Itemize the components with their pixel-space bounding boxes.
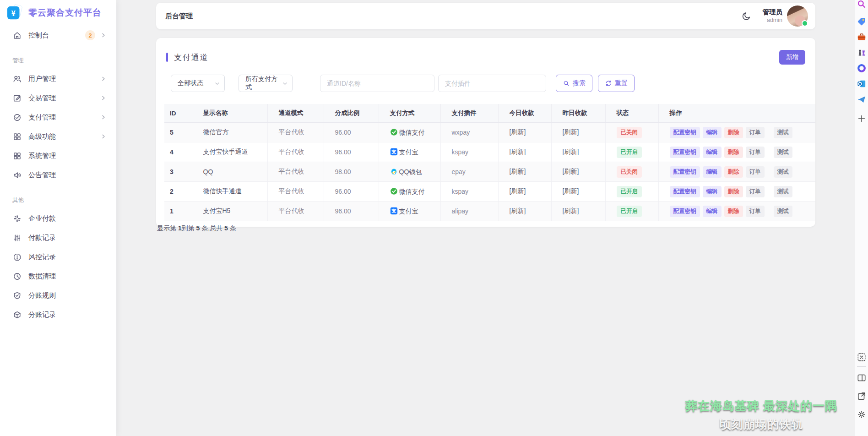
action-configure-key-button[interactable]: 配置密钥 — [670, 166, 700, 178]
home-icon — [12, 31, 22, 40]
cell-channel-mode: 平台代收 — [267, 202, 324, 221]
action-test-button[interactable]: 测试 — [774, 127, 792, 138]
action-test-button[interactable]: 测试 — [774, 206, 792, 217]
action-edit-button[interactable]: 编辑 — [703, 166, 722, 178]
status-badge: 已开启 — [617, 186, 642, 197]
sidebar-item-pay-records[interactable]: 付款记录 — [0, 228, 116, 247]
topbar-right: 管理员 admin — [742, 5, 808, 27]
payment-channels-panel: 支付通道 新增 全部状态 所有支付方式 — [156, 38, 815, 227]
sidebar-item-label: 数据清理 — [28, 272, 56, 281]
status-select-value: 全部状态 — [178, 79, 203, 87]
telegram-icon[interactable] — [857, 94, 867, 104]
action-orders-button[interactable]: 订单 — [746, 166, 765, 178]
action-orders-button[interactable]: 订单 — [746, 127, 765, 138]
sidebar-item-risk-records[interactable]: 风控记录 — [0, 247, 116, 267]
sidebar-item-label: 控制台 — [28, 31, 49, 40]
action-delete-button[interactable]: 删除 — [724, 166, 743, 178]
channel-id-input[interactable] — [320, 75, 434, 92]
table-row: 2微信快手通道平台代收96.00微信支付kspay[刷新][刷新]已开启配置密钥… — [164, 182, 815, 202]
action-configure-key-button[interactable]: 配置密钥 — [670, 186, 700, 197]
topbar: 后台管理 管理员 admin — [156, 3, 815, 29]
sidebar-item-data-clean[interactable]: 数据清理 — [0, 267, 116, 286]
action-configure-key-button[interactable]: 配置密钥 — [670, 147, 700, 158]
refresh-yesterday-link[interactable]: [刷新] — [563, 168, 579, 175]
action-test-button[interactable]: 测试 — [774, 166, 792, 178]
plugin-input[interactable] — [438, 75, 546, 92]
refresh-today-link[interactable]: [刷新] — [510, 207, 526, 214]
svg-text:¥: ¥ — [11, 9, 16, 17]
sidebar-item-split-records[interactable]: 分账记录 — [0, 305, 116, 324]
dark-mode-moon-icon[interactable] — [742, 11, 752, 21]
m365-icon[interactable] — [857, 63, 867, 73]
add-icon[interactable] — [857, 114, 867, 124]
sidebar-item-transactions[interactable]: 交易管理 — [0, 88, 116, 108]
sidebar-item-users[interactable]: 用户管理 — [0, 69, 116, 88]
chess-icon[interactable] — [857, 48, 867, 58]
tag-icon[interactable] — [857, 16, 867, 27]
refresh-today-link[interactable]: [刷新] — [510, 168, 526, 175]
sidebar-item-advanced[interactable]: 高级功能 — [0, 127, 116, 146]
action-test-button[interactable]: 测试 — [774, 147, 792, 158]
sidebar-item-split-rules[interactable]: 分账规则 — [0, 286, 116, 305]
refresh-yesterday-link[interactable]: [刷新] — [563, 148, 579, 155]
sidebar-item-system[interactable]: 系统管理 — [0, 146, 116, 165]
split-view-icon[interactable] — [857, 373, 867, 383]
screenshot-icon[interactable] — [857, 352, 867, 362]
action-orders-button[interactable]: 订单 — [746, 147, 765, 158]
brand-title: 零云聚合支付平台 — [28, 7, 102, 19]
search-button[interactable]: 搜索 — [556, 75, 592, 92]
action-delete-button[interactable]: 删除 — [724, 186, 743, 197]
refresh-today-link[interactable]: [刷新] — [510, 128, 526, 136]
refresh-today-link[interactable]: [刷新] — [510, 148, 526, 155]
outlook-icon[interactable] — [857, 79, 867, 89]
action-configure-key-button[interactable]: 配置密钥 — [670, 206, 700, 217]
sidebar-item-console[interactable]: 控制台2 — [0, 26, 116, 45]
page-title: 后台管理 — [165, 12, 193, 21]
sidebar-item-enterprise-pay[interactable]: 企业付款 — [0, 209, 116, 228]
refresh-yesterday-link[interactable]: [刷新] — [563, 187, 579, 195]
column-header: 显示名称 — [192, 104, 267, 123]
chevron-right-icon — [100, 133, 107, 140]
status-badge: 已关闭 — [617, 166, 642, 178]
toolbox-icon[interactable] — [857, 32, 867, 42]
action-delete-button[interactable]: 删除 — [724, 127, 743, 138]
sidebar-item-payments[interactable]: 支付管理 — [0, 108, 116, 127]
cell-status: 已开启 — [605, 142, 658, 162]
search-icon[interactable] — [857, 0, 867, 9]
settings-icon[interactable] — [857, 409, 867, 420]
sidebar-item-announcements[interactable]: 公告管理 — [0, 165, 116, 185]
refresh-yesterday-link[interactable]: [刷新] — [563, 128, 579, 136]
refresh-yesterday-link[interactable]: [刷新] — [563, 207, 579, 214]
action-configure-key-button[interactable]: 配置密钥 — [670, 127, 700, 138]
add-button[interactable]: 新增 — [779, 50, 805, 65]
refresh-today-link[interactable]: [刷新] — [510, 187, 526, 195]
edit-icon — [12, 93, 22, 103]
search-icon — [563, 80, 570, 87]
action-edit-button[interactable]: 编辑 — [703, 147, 722, 158]
action-orders-button[interactable]: 订单 — [746, 206, 765, 217]
cell-pay-method: 微信支付 — [379, 123, 440, 142]
cell-yesterday-income: [刷新] — [551, 123, 605, 142]
users-icon — [12, 74, 22, 84]
chevron-down-icon — [214, 80, 221, 87]
avatar[interactable] — [787, 5, 808, 27]
action-edit-button[interactable]: 编辑 — [703, 206, 722, 217]
refresh-icon — [605, 80, 612, 87]
action-delete-button[interactable]: 删除 — [724, 147, 743, 158]
action-edit-button[interactable]: 编辑 — [703, 127, 722, 138]
open-external-icon[interactable] — [857, 391, 867, 401]
action-test-button[interactable]: 测试 — [774, 186, 792, 197]
action-delete-button[interactable]: 删除 — [724, 206, 743, 217]
browser-sidebar — [855, 0, 868, 436]
action-edit-button[interactable]: 编辑 — [703, 186, 722, 197]
sidebar-item-label: 分账记录 — [28, 311, 56, 319]
alipay-pay-icon: 支 — [390, 207, 398, 215]
action-orders-button[interactable]: 订单 — [746, 186, 765, 197]
brand-logo-icon: ¥ — [6, 4, 24, 22]
strip-divider — [857, 366, 866, 367]
user-menu[interactable]: 管理员 admin — [763, 8, 783, 24]
table-summary: 显示第 1到第 5 条,总共 5 条 — [157, 224, 815, 233]
method-select[interactable]: 所有支付方式 — [239, 75, 293, 92]
status-select[interactable]: 全部状态 — [171, 75, 225, 92]
reset-button[interactable]: 重置 — [598, 75, 635, 92]
